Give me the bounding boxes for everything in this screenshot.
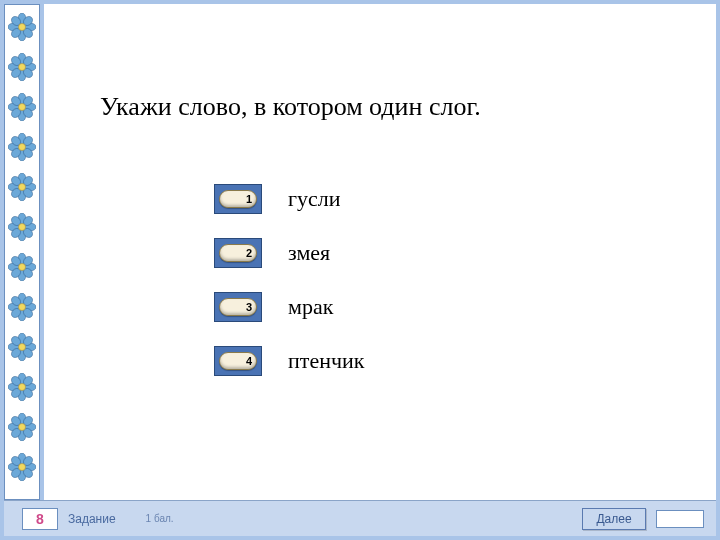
flower-icon: [8, 293, 36, 321]
svg-point-26: [19, 104, 26, 111]
option-text: гусли: [288, 186, 341, 212]
next-button[interactable]: Далее: [582, 508, 646, 530]
option-text: змея: [288, 240, 330, 266]
option-button-3[interactable]: 3: [214, 292, 262, 322]
svg-point-8: [19, 24, 26, 31]
option-button-4[interactable]: 4: [214, 346, 262, 376]
option-number: 1: [246, 193, 252, 205]
option-1: 1 гусли: [214, 184, 364, 214]
svg-point-107: [19, 464, 26, 471]
flower-icon: [8, 453, 36, 481]
next-button-label: Далее: [596, 512, 631, 526]
flower-icon: [8, 133, 36, 161]
svg-point-35: [19, 144, 26, 151]
svg-point-62: [19, 264, 26, 271]
svg-point-71: [19, 304, 26, 311]
progress-box: [656, 510, 704, 528]
option-number: 2: [246, 247, 252, 259]
footer-bar: 8 Задание 1 бал. Далее: [4, 500, 716, 536]
flower-icon: [8, 93, 36, 121]
flower-strip: [4, 4, 40, 500]
option-pill: 3: [219, 298, 257, 316]
flower-icon: [8, 13, 36, 41]
svg-point-89: [19, 384, 26, 391]
flower-icon: [8, 413, 36, 441]
flower-icon: [8, 173, 36, 201]
flower-icon: [8, 373, 36, 401]
flower-icon: [8, 253, 36, 281]
option-3: 3 мрак: [214, 292, 364, 322]
option-number: 3: [246, 301, 252, 313]
option-pill: 1: [219, 190, 257, 208]
option-4: 4 птенчик: [214, 346, 364, 376]
question-text: Укажи слово, в котором один слог.: [100, 92, 481, 122]
options-list: 1 гусли 2 змея 3 мрак: [214, 184, 364, 400]
option-button-1[interactable]: 1: [214, 184, 262, 214]
option-button-2[interactable]: 2: [214, 238, 262, 268]
flower-icon: [8, 213, 36, 241]
task-number-box: 8: [22, 508, 58, 530]
task-label: Задание: [68, 512, 116, 526]
flower-icon: [8, 333, 36, 361]
option-number: 4: [246, 355, 252, 367]
option-text: мрак: [288, 294, 333, 320]
option-pill: 2: [219, 244, 257, 262]
flower-icon: [8, 53, 36, 81]
svg-point-44: [19, 184, 26, 191]
option-2: 2 змея: [214, 238, 364, 268]
svg-point-80: [19, 344, 26, 351]
option-text: птенчик: [288, 348, 364, 374]
option-pill: 4: [219, 352, 257, 370]
svg-point-17: [19, 64, 26, 71]
points-label: 1 бал.: [146, 513, 174, 524]
slide: Укажи слово, в котором один слог. 1 гусл…: [4, 4, 716, 536]
svg-point-98: [19, 424, 26, 431]
content-area: Укажи слово, в котором один слог. 1 гусл…: [44, 4, 716, 500]
svg-point-53: [19, 224, 26, 231]
